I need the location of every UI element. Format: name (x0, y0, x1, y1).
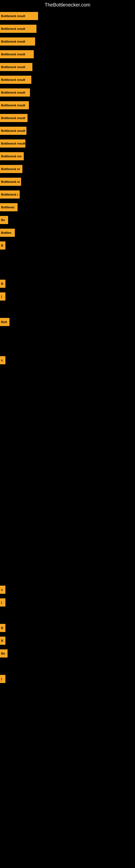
bar-row: Bottlenec (0, 201, 135, 213)
bar-row: s (0, 584, 135, 596)
bar-row: B (0, 240, 135, 251)
bar-row: Bottleneck re (0, 163, 135, 175)
bottleneck-bar: Bottlenec (0, 203, 17, 211)
bar-label: Bottleneck result (1, 91, 25, 94)
bar-label: | (1, 295, 2, 298)
bar-label: Bottleneck result (1, 14, 25, 18)
bottleneck-bar: Bottleneck result (0, 140, 26, 148)
bottleneck-bar: Bottleneck result (0, 12, 38, 20)
bar-row: Bottleneck result (0, 99, 135, 111)
bar-label: Bottleneck result (1, 104, 25, 107)
bar-label: Bottleneck re (1, 180, 20, 183)
bar-label: | (1, 601, 2, 604)
bar-row: Bottleneck res (0, 150, 135, 162)
bar-row: Bottleneck result (0, 48, 135, 60)
bar-label: B (1, 639, 3, 642)
chart-area: Bottleneck resultBottleneck resultBottle… (0, 10, 135, 867)
bottleneck-bar: Bottleneck result (0, 88, 30, 97)
bar-row: Bottleneck result (0, 35, 135, 48)
bottleneck-bar: Bo (0, 649, 8, 657)
bottleneck-bar: Bott (0, 318, 9, 326)
bottleneck-bar: Bottleneck result (0, 50, 34, 58)
bottleneck-bar: Bo (0, 216, 8, 224)
bar-label: Bottleneck result (1, 27, 25, 30)
bar-row: Bo (0, 648, 135, 659)
bottleneck-bar: | (0, 675, 5, 683)
bar-label: Bo (1, 652, 5, 655)
bar-label: Bottleneck result (1, 65, 25, 69)
bottleneck-bar: Bottleneck res (0, 152, 24, 160)
bottleneck-bar: Bottleneck r (0, 190, 20, 198)
bar-label: Bottleneck result (1, 53, 25, 56)
bar-row: Bottleneck result (0, 87, 135, 98)
site-title: TheBottlenecker.com (0, 0, 135, 10)
bar-row: B (0, 635, 135, 647)
bar-row: Bottleneck result (0, 61, 135, 73)
bottleneck-bar: | (0, 598, 5, 607)
bar-label: B (1, 282, 3, 285)
bar-label: Bottleneck r (1, 193, 18, 196)
bar-label: Bottleneck re (1, 167, 20, 170)
bar-row: Bottleneck result (0, 137, 135, 150)
bar-label: Bottleneck result (1, 40, 25, 43)
bottleneck-bar: Bottleneck re (0, 165, 22, 173)
bottleneck-bar: Bottleneck result (0, 37, 35, 45)
bar-row: Bottleneck result (0, 74, 135, 86)
bar-label: B (1, 626, 3, 629)
bar-row: B (0, 278, 135, 290)
bar-label: Bottleneck result (1, 129, 25, 132)
bar-label: Bo (1, 218, 5, 222)
bar-row: Bottleneck r (0, 188, 135, 200)
bar-label: Bottlenec (1, 206, 14, 209)
bar-label: s (1, 588, 3, 591)
bar-row: B (0, 622, 135, 634)
bar-label: Bottleneck res (1, 155, 21, 158)
bottleneck-bar: Bottlen (0, 229, 15, 237)
bottleneck-bar: Bottleneck result (0, 76, 31, 84)
bar-label: Bottleneck result (1, 116, 25, 120)
bar-label: Bottleneck result (1, 78, 25, 82)
bar-row: | (0, 290, 135, 303)
bar-row: Bottleneck result (0, 10, 135, 22)
bottleneck-bar: B (0, 280, 5, 288)
bottleneck-bar: s (0, 586, 5, 594)
bar-label: Bottlen (1, 231, 11, 235)
bottleneck-bar: | (0, 292, 5, 301)
bottleneck-bar: Bottleneck re (0, 178, 21, 186)
bottleneck-bar: Bottleneck result (0, 127, 27, 135)
bar-row: | (0, 673, 135, 685)
bar-row: s (0, 354, 135, 366)
bar-row: Bottleneck result (0, 125, 135, 137)
bottleneck-bar: B (0, 241, 5, 250)
bottleneck-bar: Bottleneck result (0, 63, 32, 71)
bottleneck-bar: Bottleneck result (0, 114, 28, 122)
bar-row: Bottlen (0, 227, 135, 239)
bar-label: Bott (1, 320, 7, 323)
bar-label: Bottleneck result (1, 142, 25, 145)
bar-label: s (1, 359, 3, 362)
bottleneck-bar: s (0, 356, 5, 364)
bar-row: Bottleneck result (0, 23, 135, 35)
bar-row: Bo (0, 214, 135, 226)
bottleneck-bar: Bottleneck result (0, 101, 29, 109)
bar-row: Bottleneck result (0, 112, 135, 124)
bottleneck-bar: B (0, 624, 5, 632)
bottleneck-bar: B (0, 637, 5, 645)
bar-row: | (0, 596, 135, 609)
bar-row: Bottleneck re (0, 176, 135, 188)
bar-label: B (1, 244, 3, 247)
bar-label: | (1, 677, 2, 681)
bar-row: Bott (0, 316, 135, 328)
bottleneck-bar: Bottleneck result (0, 25, 37, 33)
